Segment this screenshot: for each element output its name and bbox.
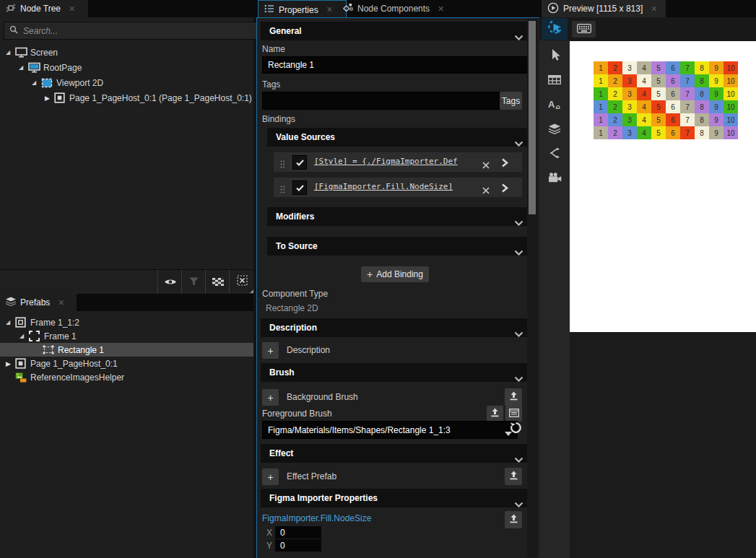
binding-expression-link[interactable]: [FigmaImporter.Fill.NodeSize] (314, 182, 477, 191)
expander-expanded-icon[interactable]: ◢ (6, 319, 15, 326)
section-general[interactable]: General (261, 22, 531, 40)
binding-enabled-checkbox[interactable] (292, 180, 307, 195)
close-icon[interactable]: ✕ (438, 5, 444, 13)
grid-cell-r5-c3: 3 (622, 113, 637, 126)
prefab-item-frame-1-1-2[interactable]: ◢ Frame 1_1:2 (0, 315, 253, 329)
filter-button[interactable] (181, 270, 206, 294)
chevron-down-icon[interactable] (514, 450, 523, 469)
expander-collapsed-icon[interactable]: ▶ (45, 95, 54, 102)
expander-expanded-icon[interactable]: ◢ (19, 333, 29, 339)
tree-item-viewport-2d[interactable]: ◢ Viewport 2D (0, 75, 253, 90)
foreground-brush-label: Foreground Brush (262, 409, 332, 419)
expander-collapsed-icon[interactable]: ▶ (6, 360, 15, 367)
tree-item-rootpage[interactable]: ◢ RootPage (0, 60, 253, 75)
properties-scrollbar-thumb[interactable] (529, 21, 536, 214)
select-tool-button[interactable] (546, 48, 563, 65)
push-to-default-button[interactable] (505, 468, 522, 485)
grid-cell-r4-c4: 4 (637, 100, 651, 113)
binding-enabled-checkbox[interactable] (292, 155, 307, 170)
chevron-down-icon[interactable] (514, 214, 523, 232)
grid-cell-r3-c5: 5 (651, 87, 666, 100)
tab-properties[interactable]: Properties ✕ (258, 0, 347, 19)
prefab-item-page-host[interactable]: ▶ Page 1_PageHost_0:1 (0, 357, 253, 370)
background-brush-label: Background Brush (287, 392, 358, 402)
interact-mode-button[interactable] (542, 18, 568, 40)
open-binding-icon[interactable] (501, 183, 508, 196)
grid-cell-r6-c9: 9 (709, 126, 724, 139)
open-brush-editor-button[interactable] (505, 406, 522, 422)
clear-selection-button[interactable] (229, 270, 254, 294)
x-value-field[interactable]: 0 (275, 526, 321, 539)
expander-expanded-icon[interactable]: ◢ (19, 64, 28, 71)
prefab-item-rectangle-1[interactable]: Rectangle 1 (0, 343, 253, 357)
add-effect-prefab-button[interactable]: + (262, 468, 279, 485)
foreground-brush-dropdown[interactable]: Figma/Materials/Items/Shapes/Rectangle 1… (262, 421, 518, 439)
grid-view-button[interactable] (546, 72, 563, 90)
add-background-brush-button[interactable]: + (262, 389, 279, 406)
close-icon[interactable]: ✕ (651, 5, 657, 13)
figma-property-link[interactable]: FigmaImporter.Fill.NodeSize (262, 513, 371, 523)
camera-button[interactable] (546, 170, 563, 188)
chevron-down-icon[interactable] (514, 28, 523, 47)
rectangle-icon (43, 345, 58, 354)
remove-binding-icon[interactable] (482, 184, 490, 197)
section-value-sources[interactable]: Value Sources (267, 128, 531, 147)
add-binding-button[interactable]: + Add Binding (361, 266, 429, 282)
chevron-down-icon[interactable] (514, 325, 523, 344)
close-icon[interactable]: ✕ (69, 5, 75, 13)
tree-item-screen[interactable]: ◢ Screen (0, 45, 253, 60)
expander-expanded-icon[interactable]: ◢ (32, 79, 41, 86)
prefab-item-reference-images-helper[interactable]: ReferenceImagesHelper (0, 370, 253, 384)
open-binding-icon[interactable] (501, 157, 508, 170)
section-modifiers[interactable]: Modifiers (267, 207, 531, 226)
search-input[interactable]: Search... (4, 22, 261, 40)
tab-prefabs[interactable]: Prefabs ✕ (0, 294, 77, 311)
revert-value-button[interactable] (508, 422, 523, 437)
grid-cell-r1-c5: 5 (651, 61, 666, 74)
binding-expression-link[interactable]: [Style] = {./FigmaImporter.Def (314, 157, 477, 166)
chevron-down-icon[interactable] (514, 243, 523, 262)
section-brush[interactable]: Brush (261, 363, 531, 382)
state-flow-button[interactable] (546, 146, 563, 163)
tree-item-page-host[interactable]: ▶ Page 1_PageHost_0:1 (Page 1_PageHost_0… (0, 90, 253, 105)
section-effect[interactable]: Effect (261, 444, 531, 463)
push-to-default-button[interactable] (505, 511, 522, 528)
name-value: Rectangle 1 (268, 60, 314, 70)
grid-cell-r2-c5: 5 (651, 74, 666, 87)
chevron-down-icon[interactable] (514, 370, 523, 388)
section-description[interactable]: Description (261, 318, 531, 337)
remove-binding-icon[interactable] (482, 159, 490, 172)
visibility-eye-button[interactable] (157, 270, 182, 294)
grid-cell-r1-c4: 4 (637, 61, 651, 74)
x-axis-label: X (266, 528, 272, 538)
plus-icon: + (267, 472, 273, 482)
name-input[interactable]: Rectangle 1 (262, 56, 534, 74)
grid-cell-r6-c8: 8 (695, 126, 709, 139)
grid-cell-r3-c2: 2 (608, 87, 622, 100)
virtual-keyboard-button[interactable] (572, 21, 596, 38)
tags-button[interactable]: Tags (500, 92, 522, 110)
prefab-item-frame-1[interactable]: ◢ Frame 1 (0, 329, 253, 343)
tab-label: Preview [1115 x 813] (563, 4, 643, 14)
close-icon[interactable]: ✕ (326, 6, 333, 14)
layers-button[interactable] (546, 121, 563, 139)
push-to-default-button[interactable] (487, 406, 503, 422)
tags-input[interactable] (262, 92, 509, 110)
expander-expanded-icon[interactable]: ◢ (6, 49, 15, 56)
section-figma-importer[interactable]: Figma Importer Properties (261, 489, 531, 507)
y-value-field[interactable]: 0 (275, 539, 321, 552)
section-to-source[interactable]: To Source (267, 237, 531, 256)
add-description-button[interactable]: + (262, 342, 279, 359)
tab-label: Properties (279, 5, 318, 15)
tab-preview[interactable]: Preview [1115 x 813] ✕ (542, 0, 666, 17)
tab-node-components[interactable]: Node Components ✕ (336, 0, 456, 17)
drag-handle-icon[interactable] (280, 183, 285, 196)
text-tool-button[interactable]: A (546, 97, 563, 114)
transparency-grid-button[interactable] (205, 270, 230, 294)
drag-handle-icon[interactable] (280, 158, 285, 171)
chevron-down-icon[interactable] (514, 134, 523, 153)
push-to-default-button[interactable] (505, 388, 522, 406)
properties-scrollbar-track[interactable] (527, 18, 538, 557)
tab-node-tree[interactable]: Node Tree ✕ (0, 0, 88, 17)
close-icon[interactable]: ✕ (58, 299, 64, 307)
